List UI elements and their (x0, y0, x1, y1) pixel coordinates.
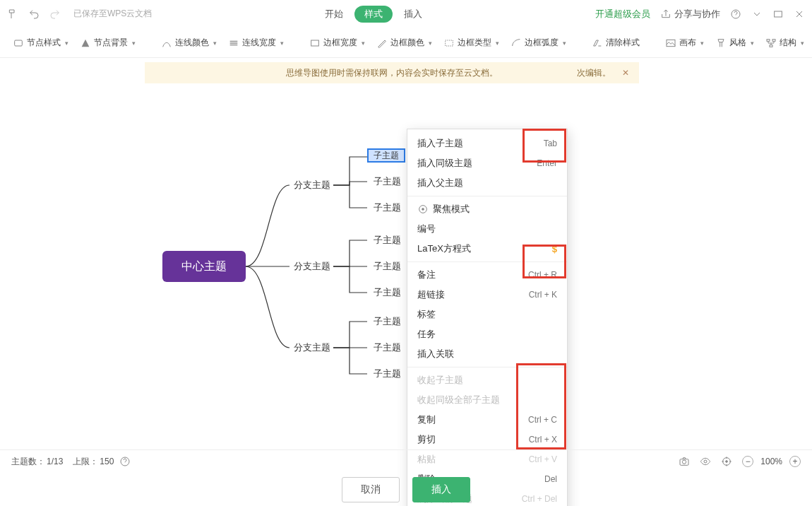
topic-count: 1/13 (47, 457, 63, 466)
ctx-note[interactable]: 备注Ctrl + R (407, 265, 567, 285)
svg-point-16 (726, 461, 728, 463)
theme-tool[interactable]: 风格▾ (711, 34, 758, 52)
limit-value: 150 (100, 457, 114, 466)
help-small-icon[interactable] (119, 456, 131, 467)
svg-rect-6 (767, 39, 770, 41)
locate-icon[interactable] (721, 456, 732, 467)
dollar-icon: $ (552, 244, 557, 254)
branch-node[interactable]: 分支主题 (291, 178, 333, 192)
vip-link[interactable]: 开通超级会员 (595, 8, 650, 20)
mindmap-canvas[interactable]: 思维导图使用时需保持联网，内容会实时保存至云文档。 次编辑。 ✕ 中心主题 分支… (0, 58, 812, 449)
ctx-insert-sibling[interactable]: 插入同级主题Enter (407, 153, 567, 173)
canvas-bg-tool[interactable]: 画布▾ (661, 34, 708, 52)
child-node[interactable]: 子主题 (369, 201, 405, 214)
ctx-latex[interactable]: LaTeX方程式$ (407, 239, 567, 259)
top-bar: 已保存至WPS云文档 开始 样式 插入 开通超级会员 分享与协作 (0, 0, 812, 28)
border-width-tool[interactable]: 边框宽度▾ (305, 34, 369, 52)
node-style-tool[interactable]: 节点样式▾ (8, 34, 73, 52)
svg-point-13 (683, 460, 686, 464)
limit-label: 上限： (73, 456, 98, 468)
ctx-insert-relation[interactable]: 插入关联 (407, 344, 567, 364)
tab-style[interactable]: 样式 (354, 6, 393, 23)
insert-button[interactable]: 插入 (412, 477, 470, 502)
share-link[interactable]: 分享与协作 (660, 8, 720, 20)
ctx-task[interactable]: 任务 (407, 324, 567, 344)
child-node[interactable]: 子主题 (369, 315, 405, 328)
svg-point-10 (422, 208, 424, 211)
undo-icon[interactable] (28, 8, 40, 20)
line-color-tool[interactable]: 连线颜色▾ (157, 34, 221, 52)
ctx-copy[interactable]: 复制Ctrl + C (407, 410, 567, 430)
format-painter-icon[interactable] (7, 8, 18, 20)
cancel-button[interactable]: 取消 (342, 477, 400, 502)
clear-style-tool[interactable]: 清除样式 (587, 34, 644, 52)
status-bar: 主题数： 1/13 上限： 150 − 100% + (0, 449, 812, 473)
node-bg-tool[interactable]: 节点背景▾ (76, 34, 140, 52)
eye-icon[interactable] (700, 456, 711, 467)
tab-insert[interactable]: 插入 (404, 8, 422, 20)
ctx-collapse-all: 收起同级全部子主题 (407, 390, 567, 410)
style-toolbar: 节点样式▾ 节点背景▾ 连线颜色▾ 连线宽度▾ 边框宽度▾ 边框颜色▾ 边框类型… (0, 28, 812, 58)
ctx-numbering[interactable]: 编号 (407, 219, 567, 239)
svg-point-14 (704, 460, 707, 463)
child-node[interactable]: 子主题 (369, 234, 405, 247)
ctx-insert-parent[interactable]: 插入父主题 (407, 173, 567, 193)
child-node[interactable]: 子主题 (369, 367, 405, 380)
child-node-selected[interactable]: 子主题 (367, 148, 405, 163)
zoom-value: 100% (760, 457, 782, 466)
svg-rect-4 (446, 40, 453, 46)
structure-tool[interactable]: 结构▾ (761, 34, 808, 52)
minimize-icon[interactable] (751, 8, 763, 20)
ctx-tag[interactable]: 标签 (407, 305, 567, 324)
ctx-focus-mode[interactable]: 聚焦模式 (407, 199, 567, 219)
border-type-tool[interactable]: 边框类型▾ (439, 34, 503, 52)
share-icon (660, 8, 671, 20)
svg-rect-2 (15, 40, 23, 46)
branch-node[interactable]: 分支主题 (291, 341, 333, 355)
line-width-tool[interactable]: 连线宽度▾ (224, 34, 288, 52)
zoom-out-button[interactable]: − (742, 456, 753, 467)
border-color-tool[interactable]: 边框颜色▾ (372, 34, 436, 52)
ctx-collapse-child: 收起子主题 (407, 370, 567, 390)
ctx-cut[interactable]: 剪切Ctrl + X (407, 430, 567, 449)
focus-icon (417, 204, 429, 215)
share-label: 分享与协作 (674, 8, 720, 20)
window-icon[interactable] (772, 8, 784, 20)
tab-start[interactable]: 开始 (325, 8, 343, 20)
help-icon[interactable] (730, 8, 741, 20)
saved-status: 已保存至WPS云文档 (73, 8, 152, 20)
ctx-hyperlink[interactable]: 超链接Ctrl + K (407, 285, 567, 305)
zoom-in-button[interactable]: + (789, 456, 801, 467)
svg-rect-1 (775, 11, 782, 17)
topic-count-label: 主题数： (11, 456, 45, 468)
action-bar: 取消 插入 (0, 473, 812, 506)
border-arc-tool[interactable]: 边框弧度▾ (506, 34, 571, 52)
svg-rect-8 (770, 45, 772, 47)
ctx-insert-child[interactable]: 插入子主题Tab (407, 134, 567, 153)
child-node[interactable]: 子主题 (369, 286, 405, 299)
camera-icon[interactable] (679, 456, 690, 467)
close-icon[interactable] (794, 8, 805, 20)
redo-icon[interactable] (49, 8, 61, 20)
child-node[interactable]: 子主题 (369, 260, 405, 273)
svg-rect-3 (311, 40, 319, 46)
mindmap-edges (0, 58, 812, 449)
child-node[interactable]: 子主题 (369, 341, 405, 354)
svg-rect-7 (772, 39, 775, 41)
child-node[interactable]: 子主题 (369, 175, 405, 188)
branch-node[interactable]: 分支主题 (291, 259, 333, 273)
root-node[interactable]: 中心主题 (162, 251, 246, 282)
